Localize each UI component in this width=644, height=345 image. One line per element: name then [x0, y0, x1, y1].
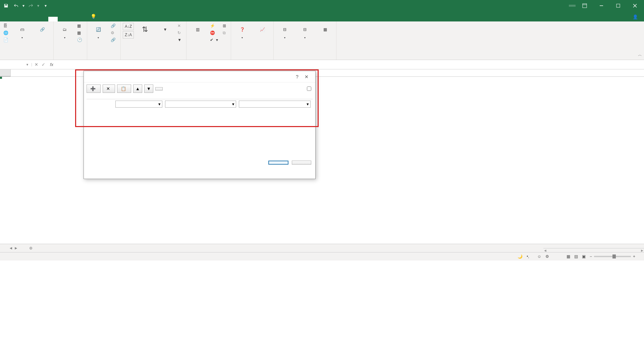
tab-help[interactable] [76, 17, 86, 21]
group-get-transform [56, 58, 85, 59]
sort-column-select[interactable]: ▾ [115, 101, 162, 108]
tab-formulas[interactable] [39, 17, 48, 21]
sort-az-button[interactable]: A↓Z [123, 23, 134, 30]
col-header-order [238, 96, 311, 99]
tab-insert[interactable] [20, 17, 30, 21]
group-button[interactable]: ⊟▾ [276, 23, 294, 41]
reapply-button: ↻ [176, 30, 184, 36]
dialog-close-icon[interactable]: ✕ [302, 74, 311, 79]
tell-me[interactable]: 💡 [86, 11, 103, 21]
forecast-button[interactable]: 📈 [253, 23, 271, 38]
tab-layout[interactable] [30, 17, 39, 21]
show-queries-button[interactable]: ▦ [76, 23, 85, 29]
enter-formula-icon[interactable]: ✓ [42, 62, 45, 67]
group-forecast [233, 58, 271, 59]
cancel-button[interactable] [292, 161, 311, 165]
zoom-slider[interactable] [594, 256, 631, 257]
ime-settings-icon[interactable]: ⚙ [543, 254, 551, 259]
view-normal-icon[interactable]: ▦ [565, 254, 572, 259]
ungroup-button[interactable]: ⊟▾ [296, 23, 314, 41]
save-icon[interactable] [1, 1, 11, 10]
relationships-button: ⧉ [221, 30, 229, 36]
has-headers-checkbox[interactable] [307, 87, 313, 91]
collapse-ribbon-icon[interactable]: ︿ [638, 52, 642, 58]
sort-key-label [87, 104, 115, 105]
tab-view[interactable] [67, 17, 76, 21]
properties-button: ⚙ [109, 30, 118, 36]
recent-sources-button[interactable]: 🕑 [76, 37, 85, 43]
from-table-button[interactable]: ▦ [76, 30, 85, 36]
whatif-button[interactable]: ❓▾ [233, 23, 251, 41]
add-level-button[interactable]: ➕ [87, 84, 101, 93]
maximize-icon[interactable] [610, 0, 626, 11]
ribbon-options-icon[interactable] [577, 0, 592, 11]
ribbon-tabs: 💡 👤 [0, 11, 644, 21]
qat-redo-dropdown[interactable]: ▾ [36, 1, 40, 10]
text-to-cols-button[interactable]: ▥ [189, 23, 207, 38]
ime-punct-icon[interactable]: •, [525, 254, 531, 259]
copy-level-button[interactable]: 📋 [117, 84, 131, 93]
group-connections [89, 58, 118, 59]
subtotal-button[interactable]: ▦ [316, 23, 334, 38]
group-data-tools [189, 58, 229, 59]
sort-button[interactable]: ⇅ [136, 23, 154, 38]
consolidate-button[interactable]: ⊞ [221, 23, 229, 29]
dialog-help-icon[interactable]: ? [292, 74, 302, 79]
col-header-column [87, 96, 164, 99]
ribbon: 🗄 🌐 📄 🗃▾ 🔗 🗂▾ ▦ ▦ 🕑 🔄▾ 🔗 ⚙ [0, 21, 644, 60]
advanced-filter-button[interactable]: ▼ [176, 37, 184, 43]
ime-emoji-icon[interactable]: ☺ [535, 254, 543, 259]
tab-data[interactable] [48, 17, 58, 21]
move-up-button[interactable]: ▲ [133, 84, 142, 93]
svg-rect-0 [583, 4, 587, 8]
zoom-in-icon[interactable]: + [631, 254, 637, 259]
flash-fill-button[interactable]: ⚡ [209, 23, 219, 29]
sheet-nav[interactable]: ◄ ► [0, 246, 27, 250]
add-sheet-button[interactable]: ⊕ [27, 246, 35, 250]
filter-button[interactable]: ▼ [156, 23, 174, 38]
qat-undo-dropdown[interactable]: ▾ [21, 1, 25, 10]
sort-options-button[interactable] [155, 87, 163, 91]
from-web-button[interactable]: 🌐 [2, 30, 11, 36]
worksheet-grid[interactable]: ? ✕ ➕ ✕ 📋 ▲ ▼ ▾ ▾ ▾ [0, 69, 644, 244]
edit-links-button: 🔗 [109, 37, 118, 43]
svg-rect-2 [616, 4, 620, 7]
fx-icon[interactable]: fx [48, 62, 55, 67]
move-down-button[interactable]: ▼ [144, 84, 153, 93]
sort-order-select[interactable]: ▾ [239, 101, 311, 108]
undo-icon[interactable] [11, 1, 21, 10]
status-bar: 🌙 •, ☺ ⚙ ▦ ▤ ▣ − + [0, 252, 644, 261]
view-layout-icon[interactable]: ▤ [572, 254, 580, 259]
from-access-button[interactable]: 🗄 [2, 23, 11, 29]
from-text-button[interactable]: 📄 [2, 37, 11, 43]
clear-filter-button: ✕ [176, 23, 184, 29]
ime-moon-icon[interactable]: 🌙 [516, 254, 525, 259]
close-icon[interactable] [627, 0, 643, 11]
new-query-button[interactable]: 🗂▾ [56, 23, 74, 41]
col-header-sorton [164, 96, 238, 99]
tab-file[interactable] [1, 17, 11, 21]
view-pagebreak-icon[interactable]: ▣ [580, 254, 588, 259]
tab-home[interactable] [11, 17, 20, 21]
delete-level-button[interactable]: ✕ [103, 84, 115, 93]
sort-on-select[interactable]: ▾ [165, 101, 236, 108]
share-button[interactable]: 👤 [628, 12, 644, 21]
connections-button[interactable]: 🔗 [109, 23, 118, 29]
login-button[interactable] [569, 5, 576, 7]
data-validation-button[interactable]: ✔ ▾ [209, 37, 219, 43]
existing-conn-button[interactable]: 🔗 [33, 23, 51, 38]
sheet-tabs: ◄ ► ⊕ ◄ ► [0, 244, 644, 252]
select-all-corner[interactable] [0, 69, 11, 76]
refresh-all-button[interactable]: 🔄▾ [89, 23, 107, 41]
ok-button[interactable] [268, 161, 288, 165]
minimize-icon[interactable] [594, 0, 609, 11]
zoom-out-icon[interactable]: − [588, 254, 594, 259]
from-other-button[interactable]: 🗃▾ [13, 23, 31, 41]
remove-dup-button[interactable]: ⛔ [209, 30, 219, 36]
cancel-formula-icon[interactable]: ✕ [35, 62, 38, 67]
name-box[interactable]: ▼ [0, 63, 32, 66]
tab-review[interactable] [58, 17, 67, 21]
qat-customize-icon[interactable]: ▾ [41, 1, 50, 10]
sort-za-button[interactable]: Z↓A [123, 31, 134, 39]
redo-icon[interactable] [26, 1, 36, 10]
